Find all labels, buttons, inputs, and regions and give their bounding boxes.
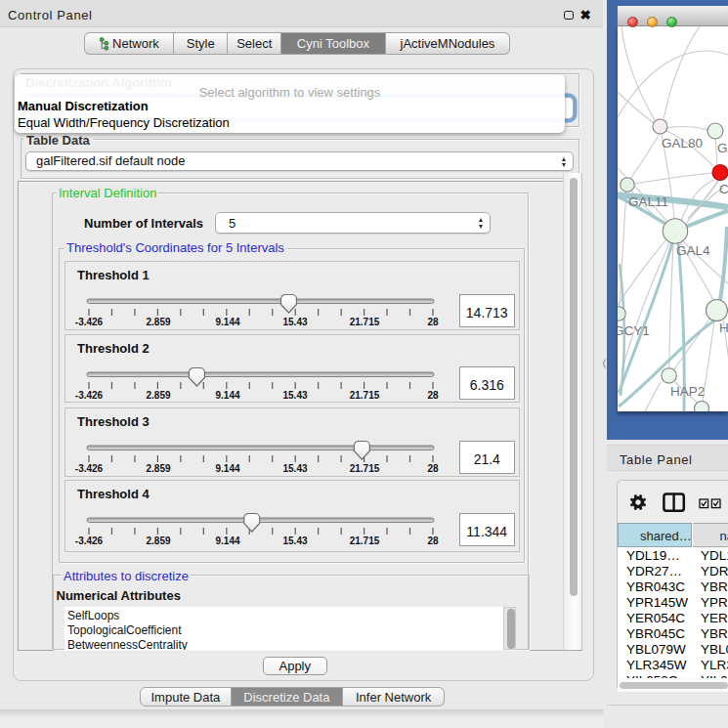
svg-text:H: H xyxy=(719,321,728,335)
svg-text:21.715: 21.715 xyxy=(350,389,380,400)
svg-text:GAL4: GAL4 xyxy=(676,243,710,258)
svg-text:C: C xyxy=(719,182,728,196)
svg-text:-3.426: -3.426 xyxy=(75,389,104,400)
svg-text:15.43: 15.43 xyxy=(282,535,307,546)
svg-text:2.859: 2.859 xyxy=(146,535,170,546)
svg-text:28: 28 xyxy=(427,535,439,546)
svg-text:28: 28 xyxy=(427,463,439,474)
svg-text:-3.426: -3.426 xyxy=(75,317,104,327)
svg-text:28: 28 xyxy=(427,389,439,400)
svg-text:GCY1: GCY1 xyxy=(618,323,650,338)
svg-text:2.859: 2.859 xyxy=(146,463,170,474)
svg-text:28: 28 xyxy=(427,317,439,327)
svg-text:GAL80: GAL80 xyxy=(662,136,703,150)
svg-text:-3.426: -3.426 xyxy=(75,463,104,474)
svg-text:2.859: 2.859 xyxy=(146,389,170,400)
svg-text:-3.426: -3.426 xyxy=(75,535,104,546)
svg-text:GAL11: GAL11 xyxy=(628,194,668,209)
svg-text:9.144: 9.144 xyxy=(215,317,239,327)
svg-text:9.144: 9.144 xyxy=(215,389,239,400)
svg-text:15.43: 15.43 xyxy=(282,463,307,474)
svg-text:21.715: 21.715 xyxy=(350,317,380,327)
svg-text:15.43: 15.43 xyxy=(282,389,307,400)
svg-text:GA: GA xyxy=(717,141,728,155)
svg-text:15.43: 15.43 xyxy=(282,317,307,327)
svg-text:21.715: 21.715 xyxy=(350,463,380,474)
svg-text:2.859: 2.859 xyxy=(146,317,170,327)
svg-text:HAP2: HAP2 xyxy=(670,384,705,399)
svg-text:9.144: 9.144 xyxy=(215,463,239,474)
svg-text:21.715: 21.715 xyxy=(350,535,380,546)
svg-text:9.144: 9.144 xyxy=(215,535,239,546)
